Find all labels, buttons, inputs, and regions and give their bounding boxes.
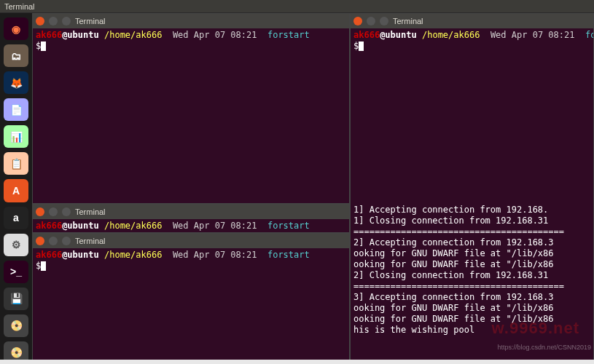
ps1-host: ubuntu bbox=[67, 221, 98, 231]
terminal-mid-left[interactable]: Terminal ak666@ubuntu /home/ak666 Wed Ap… bbox=[32, 204, 350, 233]
launcher-settings[interactable]: ⚙ bbox=[4, 234, 28, 256]
terminal-body[interactable]: ak666@ubuntu /home/ak666 Wed Apr 07 08:2… bbox=[33, 28, 349, 203]
terminal-title: Terminal bbox=[75, 17, 106, 25]
watermark: w.9969.net bbox=[492, 319, 579, 338]
launcher-impress[interactable]: 📋 bbox=[4, 152, 28, 175]
terminal-titlebar[interactable]: Terminal bbox=[33, 234, 349, 248]
close-icon[interactable] bbox=[36, 207, 44, 216]
ps1-cmd: forstart bbox=[267, 30, 310, 40]
window-top-bar: Terminal bbox=[0, 0, 594, 13]
terminal-title: Terminal bbox=[393, 17, 423, 25]
terminal-title: Terminal bbox=[75, 207, 106, 216]
url-watermark: https://blog.csdn.net/CSNN2019 bbox=[497, 344, 591, 351]
launcher-calc[interactable]: 📊 bbox=[4, 125, 28, 148]
ps1-user: ak666 bbox=[36, 250, 62, 260]
ps1-cmd: forstart bbox=[267, 221, 310, 231]
ps1-user: ak666 bbox=[36, 221, 62, 231]
prompt: $ bbox=[36, 261, 41, 271]
launcher-firefox[interactable]: 🦊 bbox=[4, 71, 28, 94]
cursor bbox=[41, 41, 46, 51]
ps1-date: Wed Apr 07 08:21 bbox=[491, 30, 575, 40]
cursor bbox=[41, 261, 46, 271]
ps1-host: ubuntu bbox=[385, 30, 416, 40]
terminal-body[interactable]: ak666@ubuntu /home/ak666 Wed Apr 07 08:2… bbox=[351, 28, 593, 363]
minimize-icon[interactable] bbox=[367, 17, 375, 25]
ps1-date: Wed Apr 07 08:21 bbox=[173, 250, 257, 260]
ps1-user: ak666 bbox=[353, 30, 380, 40]
launcher-dvd1[interactable]: 📀 bbox=[4, 314, 28, 337]
prompt: $ bbox=[36, 41, 41, 51]
ps1-host: ubuntu bbox=[67, 250, 98, 260]
launcher-amazon[interactable]: a bbox=[4, 207, 28, 229]
workspace: Terminal ak666@ubuntu /home/ak666 Wed Ap… bbox=[32, 13, 594, 364]
ps1-cmd: forstart bbox=[267, 250, 310, 260]
ps1-host: ubuntu bbox=[67, 30, 98, 40]
minimize-icon[interactable] bbox=[49, 17, 58, 25]
maximize-icon[interactable] bbox=[62, 237, 71, 245]
unity-launcher: ◉🗂🦊📄📊📋Aa⚙>_💾📀📀 bbox=[0, 13, 32, 364]
launcher-files[interactable]: 🗂 bbox=[4, 44, 28, 67]
terminal-body[interactable]: ak666@ubuntu /home/ak666 Wed Apr 07 08:2… bbox=[33, 248, 349, 363]
terminal-titlebar[interactable]: Terminal bbox=[33, 14, 349, 28]
minimize-icon[interactable] bbox=[49, 237, 58, 245]
host-taskbar bbox=[0, 360, 594, 364]
cursor bbox=[359, 41, 364, 51]
terminal-titlebar[interactable]: Terminal bbox=[351, 14, 593, 28]
terminal-body[interactable]: ak666@ubuntu /home/ak666 Wed Apr 07 08:2… bbox=[33, 219, 349, 232]
maximize-icon[interactable] bbox=[62, 207, 71, 216]
ps1-date: Wed Apr 07 08:21 bbox=[173, 30, 257, 40]
prompt: $ bbox=[353, 41, 359, 51]
terminal-right[interactable]: Terminal ak666@ubuntu /home/ak666 Wed Ap… bbox=[350, 13, 594, 364]
launcher-terminal[interactable]: >_ bbox=[4, 261, 28, 283]
ps1-user: ak666 bbox=[36, 30, 62, 40]
terminal-bottom-left[interactable]: Terminal ak666@ubuntu /home/ak666 Wed Ap… bbox=[32, 233, 350, 364]
close-icon[interactable] bbox=[353, 17, 362, 25]
ps1-path: /home/ak666 bbox=[104, 250, 162, 260]
close-icon[interactable] bbox=[36, 17, 44, 25]
launcher-ubuntu-dash[interactable]: ◉ bbox=[4, 17, 28, 40]
terminal-titlebar[interactable]: Terminal bbox=[33, 205, 349, 219]
ps1-path: /home/ak666 bbox=[104, 221, 162, 231]
window-title: Terminal bbox=[4, 2, 35, 11]
ps1-date: Wed Apr 07 08:21 bbox=[173, 221, 257, 231]
ps1-path: /home/ak666 bbox=[422, 30, 480, 40]
terminal-title: Terminal bbox=[75, 237, 106, 245]
ps1-path: /home/ak666 bbox=[104, 30, 162, 40]
minimize-icon[interactable] bbox=[49, 207, 58, 216]
maximize-icon[interactable] bbox=[62, 17, 71, 25]
terminal-top-left[interactable]: Terminal ak666@ubuntu /home/ak666 Wed Ap… bbox=[32, 13, 350, 204]
ps1-cmd: forstart bbox=[585, 30, 593, 40]
close-icon[interactable] bbox=[36, 237, 44, 245]
terminal-output: 1] Accepting connection from 192.168. 1]… bbox=[353, 205, 564, 335]
launcher-disk[interactable]: 💾 bbox=[4, 288, 28, 310]
maximize-icon[interactable] bbox=[380, 17, 388, 25]
launcher-software-center[interactable]: A bbox=[4, 179, 28, 202]
launcher-writer[interactable]: 📄 bbox=[4, 98, 28, 121]
